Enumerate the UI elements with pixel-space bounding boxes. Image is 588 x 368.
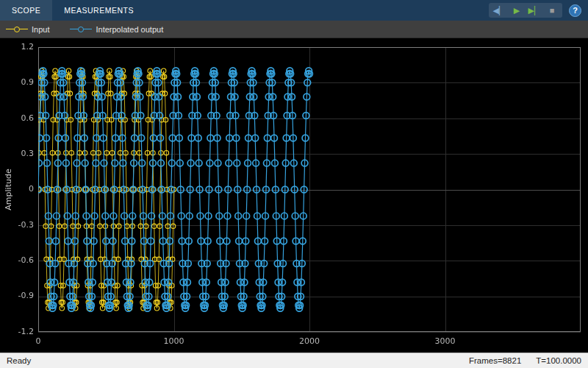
toolstrip: SCOPE MEASUREMENTS ◀▏ ▶ ▶▏ ■ ? xyxy=(0,0,588,21)
plot-area xyxy=(0,38,588,353)
step-forward-button[interactable]: ▶▏ xyxy=(526,3,542,18)
input-line-marker-icon xyxy=(6,26,28,33)
status-ready: Ready xyxy=(7,356,31,365)
help-icon: ? xyxy=(573,6,578,15)
legend-item-interpolated-output[interactable]: Interpolated output xyxy=(70,25,163,34)
tab-measurements-label: MEASUREMENTS xyxy=(64,6,134,15)
help-button[interactable]: ? xyxy=(569,4,581,17)
stop-button[interactable]: ■ xyxy=(544,3,560,18)
stop-icon: ■ xyxy=(550,7,555,15)
toolstrip-spacer xyxy=(146,0,489,21)
run-button[interactable]: ▶ xyxy=(509,3,525,18)
step-back-button[interactable]: ◀▏ xyxy=(491,3,507,18)
scope-plot-canvas[interactable] xyxy=(0,38,588,353)
legend-bar: Input Interpolated output xyxy=(0,21,588,38)
run-icon: ▶ xyxy=(514,7,520,15)
legend-item-input[interactable]: Input xyxy=(6,25,49,34)
interpolated-output-line-marker-icon xyxy=(70,26,92,33)
step-forward-icon: ▶▏ xyxy=(528,7,541,15)
status-time: T=100.0000 xyxy=(536,356,581,365)
tab-scope-label: SCOPE xyxy=(12,6,40,15)
tab-scope[interactable]: SCOPE xyxy=(0,0,52,21)
status-bar: Ready Frames=8821 T=100.0000 xyxy=(0,353,588,368)
status-frames: Frames=8821 xyxy=(469,356,521,365)
legend-label-interpolated-output: Interpolated output xyxy=(96,25,163,34)
legend-label-input: Input xyxy=(32,25,49,34)
tab-measurements[interactable]: MEASUREMENTS xyxy=(52,0,146,21)
scope-window: SCOPE MEASUREMENTS ◀▏ ▶ ▶▏ ■ ? I xyxy=(0,0,588,368)
step-back-icon: ◀▏ xyxy=(493,7,506,15)
simulation-toolbar: ◀▏ ▶ ▶▏ ■ xyxy=(489,3,562,18)
status-right: Frames=8821 T=100.0000 xyxy=(469,356,581,365)
